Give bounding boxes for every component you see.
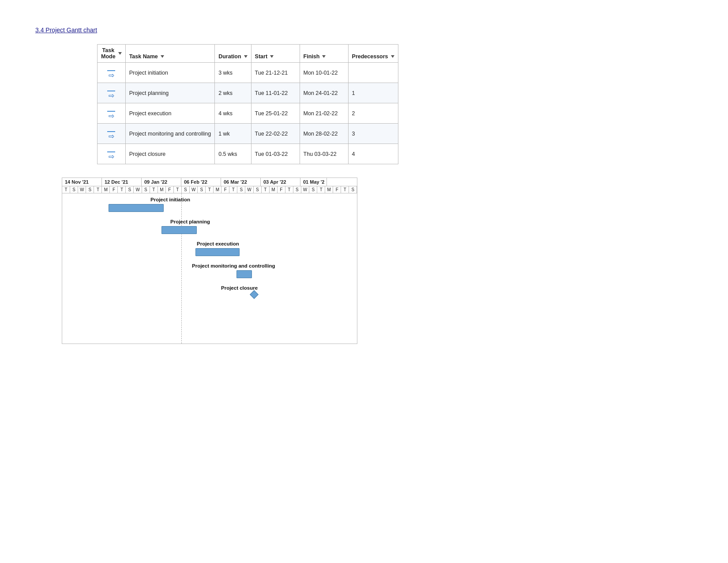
gantt-day-cell: S — [126, 186, 134, 193]
start-arrow — [270, 55, 274, 58]
finish-header: Finish — [300, 45, 348, 63]
gantt-month-cell: 03 Apr '22 — [261, 178, 300, 186]
gantt-day-cell: T — [285, 186, 293, 193]
task-mode-icon: ⇨ — [107, 131, 115, 140]
gantt-day-cell: S — [293, 186, 301, 193]
gantt-day-cell: F — [221, 186, 229, 193]
task-mode-icon: ⇨ — [107, 70, 115, 79]
gantt-day-cell: M — [325, 186, 333, 193]
task-name-cell: Project monitoring and controlling — [125, 124, 215, 144]
table-row: ⇨ Project planning2 wksTue 11-01-22Mon 2… — [98, 83, 398, 103]
start-header: Start — [251, 45, 300, 63]
gantt-bar — [236, 270, 252, 278]
gantt-day-cell: M — [270, 186, 278, 193]
gantt-day-cell: S — [70, 186, 78, 193]
gantt-day-cell: S — [237, 186, 245, 193]
gantt-day-cell: T — [206, 186, 214, 193]
gantt-day-cell: W — [190, 186, 198, 193]
task-duration-cell: 1 wk — [215, 124, 251, 144]
gantt-day-cell: S — [86, 186, 94, 193]
gantt-day-cell: M — [158, 186, 166, 193]
task-mode-icon: ⇨ — [107, 111, 115, 120]
gantt-month-cell: 01 May '2 — [300, 178, 327, 186]
gantt-day-cell: M — [102, 186, 110, 193]
gantt-day-cell: W — [301, 186, 309, 193]
task-predecessors-cell: 2 — [348, 103, 398, 124]
gantt-month-cell: 06 Mar '22 — [221, 178, 261, 186]
gantt-day-cell: S — [198, 186, 206, 193]
gantt-task-label: Project initiation — [150, 197, 190, 202]
task-mode-cell: ⇨ — [98, 83, 126, 103]
gantt-day-cell: W — [78, 186, 86, 193]
gantt-milestone — [250, 290, 259, 299]
task-duration-cell: 4 wks — [215, 103, 251, 124]
task-finish-cell: Mon 10-01-22 — [300, 63, 348, 83]
table-row: ⇨ Project closure0.5 wksTue 01-03-22Thu … — [98, 144, 398, 164]
task-mode-label: TaskMode — [101, 47, 116, 60]
gantt-day-cell: W — [245, 186, 253, 193]
gantt-day-cell: T — [229, 186, 237, 193]
duration-header: Duration — [215, 45, 251, 63]
gantt-chart-wrapper: 14 Nov '2112 Dec '2109 Jan '2206 Feb '22… — [62, 178, 693, 345]
task-predecessors-cell: 4 — [348, 144, 398, 164]
gantt-day-cell: F — [333, 186, 341, 193]
gantt-dashed-line — [181, 193, 182, 344]
task-mode-cell: ⇨ — [98, 144, 126, 164]
section-title: 3.4 Project Gantt chart — [35, 26, 693, 34]
gantt-day-cell: W — [134, 186, 142, 193]
task-predecessors-cell — [348, 63, 398, 83]
task-finish-cell: Mon 21-02-22 — [300, 103, 348, 124]
task-predecessors-cell: 3 — [348, 124, 398, 144]
gantt-month-cell: 06 Feb '22 — [181, 178, 221, 186]
gantt-day-cell: F — [166, 186, 174, 193]
task-start-cell: Tue 21-12-21 — [251, 63, 300, 83]
task-name-label: Task Name — [129, 53, 158, 60]
predecessors-label: Predecessors — [352, 53, 388, 60]
gantt-day-cell: F — [278, 186, 285, 193]
task-name-cell: Project initiation — [125, 63, 215, 83]
gantt-day-cell: T — [174, 186, 182, 193]
duration-arrow — [244, 55, 248, 58]
finish-arrow — [322, 55, 326, 58]
task-predecessors-cell: 1 — [348, 83, 398, 103]
duration-label: Duration — [218, 53, 241, 60]
gantt-task-label: Project execution — [197, 241, 239, 246]
gantt-day-cell: T — [150, 186, 158, 193]
gantt-day-cell: F — [110, 186, 118, 193]
gantt-month-cell: 12 Dec '21 — [102, 178, 142, 186]
task-name-header: Task Name — [125, 45, 215, 63]
task-mode-header: TaskMode — [98, 45, 126, 63]
gantt-month-header: 14 Nov '2112 Dec '2109 Jan '2206 Feb '22… — [62, 178, 357, 186]
gantt-task-label: Project closure — [221, 285, 258, 291]
gantt-task-label: Project planning — [170, 219, 210, 224]
gantt-task-label: Project monitoring and controlling — [192, 263, 275, 268]
predecessors-arrow — [391, 55, 394, 58]
task-name-arrow — [161, 55, 164, 58]
gantt-day-cell: T — [341, 186, 349, 193]
task-start-cell: Tue 25-01-22 — [251, 103, 300, 124]
task-start-cell: Tue 11-01-22 — [251, 83, 300, 103]
table-row: ⇨ Project initiation3 wksTue 21-12-21Mon… — [98, 63, 398, 83]
gantt-day-cell: S — [309, 186, 317, 193]
table-row: ⇨ Project monitoring and controlling1 wk… — [98, 124, 398, 144]
gantt-bar — [109, 204, 164, 212]
task-mode-cell: ⇨ — [98, 124, 126, 144]
task-name-cell: Project execution — [125, 103, 215, 124]
predecessors-header: Predecessors — [348, 45, 398, 63]
table-row: ⇨ Project execution4 wksTue 25-01-22Mon … — [98, 103, 398, 124]
finish-label: Finish — [304, 53, 320, 60]
gantt-day-cell: M — [214, 186, 221, 193]
task-mode-arrow — [118, 52, 122, 55]
task-mode-cell: ⇨ — [98, 103, 126, 124]
gantt-day-cell: T — [118, 186, 126, 193]
gantt-chart: 14 Nov '2112 Dec '2109 Jan '2206 Feb '22… — [62, 178, 357, 344]
gantt-bar — [161, 226, 197, 234]
gantt-month-cell: 14 Nov '21 — [62, 178, 102, 186]
gantt-day-cell: S — [182, 186, 190, 193]
gantt-day-cell: S — [142, 186, 150, 193]
task-mode-icon: ⇨ — [107, 91, 115, 99]
gantt-day-cell: S — [349, 186, 357, 193]
task-duration-cell: 2 wks — [215, 83, 251, 103]
gantt-day-cell: T — [62, 186, 70, 193]
task-finish-cell: Mon 24-01-22 — [300, 83, 348, 103]
